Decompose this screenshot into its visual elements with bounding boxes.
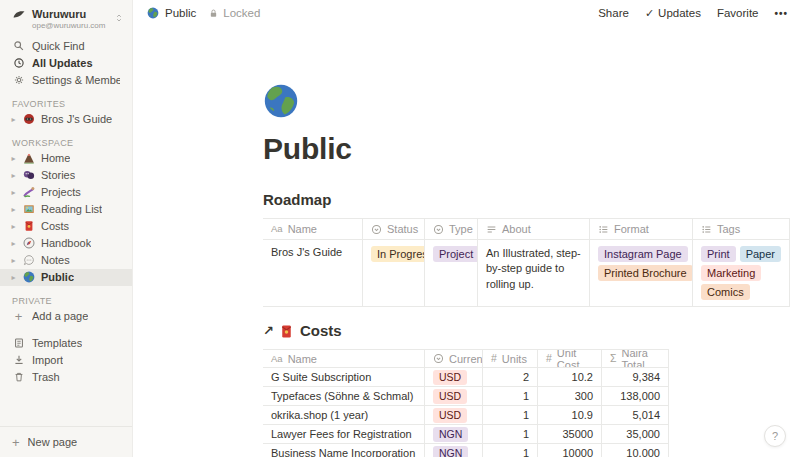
cell-unit-cost[interactable]: 10.9 (538, 406, 602, 424)
cell-naira-total[interactable]: 138,000 (602, 387, 669, 405)
sidebar-item-costs[interactable]: ▸Costs (0, 218, 132, 235)
help-button[interactable]: ? (764, 425, 786, 447)
tool-item-templates[interactable]: Templates (0, 335, 132, 352)
column-header-currency[interactable]: Currency (425, 350, 483, 367)
cell-status[interactable]: In Progress (363, 240, 425, 306)
column-header-label: Status (387, 223, 418, 235)
cell-currency[interactable]: USD (425, 368, 483, 386)
cell-type[interactable]: Project (425, 240, 478, 306)
locked-toggle[interactable]: Locked (208, 7, 260, 19)
toggle-chevron-icon[interactable]: ▸ (8, 239, 19, 248)
topbar-right: Share ✓ Updates Favorite ••• (598, 7, 788, 20)
cell-name[interactable]: G Suite Subscription (263, 368, 425, 386)
globe-icon (22, 271, 36, 283)
compass-icon (22, 237, 36, 249)
cell-naira-total[interactable]: 5,014 (602, 406, 669, 424)
sidebar-item-notes[interactable]: ▸Notes (0, 252, 132, 269)
breadcrumb[interactable]: Public (146, 7, 196, 19)
toggle-chevron-icon[interactable]: ▸ (8, 273, 19, 282)
column-header-naira-total[interactable]: ΣNaira Total (602, 350, 669, 367)
cell-unit-cost[interactable]: 10000 (538, 444, 602, 457)
longtext-property-icon (486, 224, 497, 235)
cell-about[interactable]: An Illustrated, step-by-step guide to ro… (478, 240, 590, 306)
column-header-status[interactable]: Status (363, 219, 425, 239)
volcano-icon (22, 152, 36, 164)
cell-units[interactable]: 2 (483, 368, 538, 386)
sidebar-item-projects[interactable]: ▸Projects (0, 184, 132, 201)
page-icon-globe[interactable] (263, 83, 299, 119)
updates-button[interactable]: ✓ Updates (645, 7, 701, 20)
cell-units[interactable]: 1 (483, 387, 538, 405)
cell-units[interactable]: 1 (483, 444, 538, 457)
add-a-page-button[interactable]: + Add a page (0, 308, 132, 325)
costs-heading[interactable]: ↗ Costs (263, 321, 800, 341)
select-property-icon (433, 224, 444, 235)
cell-unit-cost[interactable]: 10.2 (538, 368, 602, 386)
cell-name[interactable]: Bros J's Guide (263, 240, 363, 306)
toggle-chevron-icon[interactable]: ▸ (8, 115, 19, 124)
cell-units[interactable]: 1 (483, 406, 538, 424)
cell-units[interactable]: 1 (483, 425, 538, 443)
favorites-list: ▸Bros J's Guide (0, 111, 132, 128)
cell-name[interactable]: Business Name Incorporation (263, 444, 425, 457)
sidebar-item-public[interactable]: ▸Public (0, 269, 132, 286)
tool-item-trash[interactable]: Trash (0, 369, 132, 386)
sidebar: Wuruwuru ope@wuruwuru.com Quick FindAll … (0, 0, 133, 457)
column-header-label: Name (288, 353, 317, 365)
framed-picture-icon (22, 203, 36, 215)
sidebar-item-home[interactable]: ▸Home (0, 150, 132, 167)
sidebar-item-stories[interactable]: ▸Stories (0, 167, 132, 184)
column-header-units[interactable]: #Units (483, 350, 538, 367)
toggle-chevron-icon[interactable]: ▸ (8, 188, 19, 197)
tag-chip: USD (433, 389, 467, 404)
plus-icon: + (12, 437, 20, 448)
chevron-updown-icon[interactable] (114, 13, 124, 25)
cell-name[interactable]: Lawyer Fees for Registration (263, 425, 425, 443)
column-header-format[interactable]: Format (590, 219, 693, 239)
cell-format[interactable]: Instagram PagePrinted Brochure (590, 240, 693, 306)
favorite-button[interactable]: Favorite (717, 7, 759, 19)
menu-item-settings-members[interactable]: Settings & Members (0, 72, 132, 89)
cell-naira-total[interactable]: 9,384 (602, 368, 669, 386)
share-button[interactable]: Share (598, 7, 629, 19)
sidebar-item-reading-list[interactable]: ▸Reading List (0, 201, 132, 218)
column-header-name[interactable]: AaName (263, 350, 425, 367)
cell-naira-total[interactable]: 35,000 (602, 425, 669, 443)
more-button[interactable]: ••• (774, 8, 788, 19)
acrobat-icon (22, 186, 36, 198)
toggle-chevron-icon[interactable]: ▸ (8, 256, 19, 265)
column-header-name[interactable]: AaName (263, 219, 363, 239)
workspace-switcher[interactable]: Wuruwuru ope@wuruwuru.com (0, 0, 132, 36)
cell-currency[interactable]: USD (425, 406, 483, 424)
sidebar-item-handbook[interactable]: ▸Handbook (0, 235, 132, 252)
sidebar-item-label: Public (41, 271, 74, 283)
sidebar-item-bros-j-s-guide[interactable]: ▸Bros J's Guide (0, 111, 132, 128)
toggle-chevron-icon[interactable]: ▸ (8, 171, 19, 180)
cell-name[interactable]: Typefaces (Söhne & Schmal) (263, 387, 425, 405)
cell-currency[interactable]: NGN (425, 425, 483, 443)
text-property-icon: Aa (271, 354, 283, 364)
cell-name[interactable]: okrika.shop (1 year) (263, 406, 425, 424)
cell-currency[interactable]: NGN (425, 444, 483, 457)
tool-item-import[interactable]: Import (0, 352, 132, 369)
sidebar-item-label: Home (41, 152, 70, 164)
menu-item-all-updates[interactable]: All Updates (0, 55, 132, 72)
column-header-type[interactable]: Type (425, 219, 478, 239)
toggle-chevron-icon[interactable]: ▸ (8, 205, 19, 214)
cell-naira-total[interactable]: 10,000 (602, 444, 669, 457)
menu-item-quick-find[interactable]: Quick Find (0, 38, 132, 55)
cell-tags[interactable]: PrintPaperMarketingComics (693, 240, 790, 306)
column-header-about[interactable]: About (478, 219, 590, 239)
cell-currency[interactable]: USD (425, 387, 483, 405)
workspace-section-label: WORKSPACE (0, 136, 132, 150)
column-header-unit-cost[interactable]: #Unit Cost (538, 350, 602, 367)
new-page-button[interactable]: + New page (0, 426, 132, 457)
sidebar-item-label: Projects (41, 186, 81, 198)
costs-table: AaNameCurrency#Units#Unit CostΣNaira Tot… (263, 349, 669, 457)
cell-unit-cost[interactable]: 35000 (538, 425, 602, 443)
toggle-chevron-icon[interactable]: ▸ (8, 154, 19, 163)
text-property-icon: Aa (271, 224, 283, 234)
column-header-tags[interactable]: Tags (693, 219, 790, 239)
toggle-chevron-icon[interactable]: ▸ (8, 222, 19, 231)
cell-unit-cost[interactable]: 300 (538, 387, 602, 405)
